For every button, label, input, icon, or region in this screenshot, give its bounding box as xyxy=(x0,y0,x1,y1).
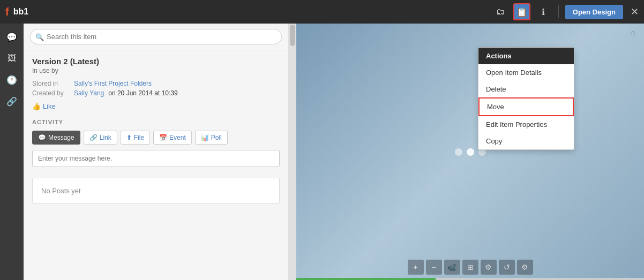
scroll-thumb[interactable] xyxy=(290,25,295,46)
folder-icon[interactable]: 🗂 xyxy=(492,3,509,20)
main-layout: 💬 🖼 🕐 🔗 🔍 Version 2 (Latest) In use by S… xyxy=(0,24,644,280)
created-date: on 20 Jun 2014 at 10:39 xyxy=(108,89,177,97)
menu-item-delete[interactable]: Delete xyxy=(478,81,574,97)
menu-item-copy[interactable]: Copy xyxy=(478,133,574,149)
search-input[interactable] xyxy=(30,29,282,44)
activity-title: ACTIVITY xyxy=(32,119,280,125)
event-tab-icon: 📅 xyxy=(159,134,167,141)
right-panel: ⌂ + − 📹 ⊞ ⚙ ↺ ⚙ Actions Open Item Detail… xyxy=(296,24,644,280)
link-tab-icon: 🔗 xyxy=(89,134,98,141)
file-tab-icon: ⬆ xyxy=(126,134,132,141)
created-by-row: Created by Sally Yang on 20 Jun 2014 at … xyxy=(32,89,280,97)
info-icon[interactable]: ℹ xyxy=(535,3,552,20)
created-by-label: Created by xyxy=(32,89,70,97)
close-icon[interactable]: ✕ xyxy=(631,6,639,18)
link-tab-label: Link xyxy=(100,134,111,141)
panel-content: Version 2 (Latest) In use by Stored in S… xyxy=(24,50,288,280)
message-tab-icon: 💬 xyxy=(38,134,46,141)
grid-tool[interactable]: ⊞ xyxy=(462,260,478,275)
left-panel: 🔍 Version 2 (Latest) In use by Stored in… xyxy=(24,24,289,280)
like-button[interactable]: 👍 Like xyxy=(32,102,56,110)
tab-event[interactable]: 📅 Event xyxy=(153,131,192,145)
clock-side-icon[interactable]: 🕐 xyxy=(3,71,21,89)
dot-2 xyxy=(467,148,474,156)
refresh-tool[interactable]: ↺ xyxy=(499,260,515,275)
tab-link[interactable]: 🔗 Link xyxy=(84,131,117,145)
in-use-label: In use by xyxy=(32,67,280,74)
tab-message[interactable]: 💬 Message xyxy=(32,131,80,145)
progress-bar-fill xyxy=(296,278,436,280)
settings-tool[interactable]: ⚙ xyxy=(481,260,497,275)
file-tab-label: File xyxy=(134,134,144,141)
progress-bar xyxy=(296,278,644,280)
divider xyxy=(558,5,559,18)
hierarchy-side-icon[interactable]: 🔗 xyxy=(3,92,21,110)
actions-header: Actions xyxy=(478,48,574,64)
options-tool[interactable]: ⚙ xyxy=(517,260,533,275)
tab-file[interactable]: ⬆ File xyxy=(121,131,150,145)
tab-poll[interactable]: 📊 Poll xyxy=(195,131,228,145)
stored-in-row: Stored in Sally's First Project Folders xyxy=(32,80,280,87)
video-tool[interactable]: 📹 xyxy=(444,260,460,275)
menu-item-edit-properties[interactable]: Edit Item Properties xyxy=(478,116,574,133)
zoom-out-tool[interactable]: − xyxy=(426,260,442,275)
poll-tab-label: Poll xyxy=(211,134,222,141)
message-input[interactable] xyxy=(32,150,280,167)
search-icon: 🔍 xyxy=(35,33,44,41)
canvas-toolbar: + − 📹 ⊞ ⚙ ↺ ⚙ xyxy=(408,260,533,275)
actions-dropdown: Actions Open Item Details Delete Move Ed… xyxy=(478,47,574,150)
scroll-track[interactable] xyxy=(289,24,296,280)
no-posts-text: No Posts yet xyxy=(41,187,81,195)
app-logo: f xyxy=(5,6,9,18)
top-bar-icons: 🗂 📋 ℹ Open Design ✕ xyxy=(492,3,639,20)
like-icon: 👍 xyxy=(32,102,41,110)
poll-tab-icon: 📊 xyxy=(201,134,209,141)
side-icons: 💬 🖼 🕐 🔗 xyxy=(0,24,24,280)
home-icon[interactable]: ⌂ xyxy=(630,28,635,37)
image-side-icon[interactable]: 🖼 xyxy=(3,49,21,67)
created-by-value[interactable]: Sally Yang xyxy=(74,89,104,97)
message-tab-label: Message xyxy=(48,134,74,141)
no-posts-box: No Posts yet xyxy=(32,178,280,204)
event-tab-label: Event xyxy=(169,134,186,141)
zoom-in-tool[interactable]: + xyxy=(408,260,424,275)
app-title: bb1 xyxy=(13,7,492,17)
top-bar: f bb1 🗂 📋 ℹ Open Design ✕ xyxy=(0,0,644,24)
menu-item-move[interactable]: Move xyxy=(478,97,574,116)
version-title: Version 2 (Latest) xyxy=(32,57,280,66)
open-design-button[interactable]: Open Design xyxy=(565,5,623,19)
clipboard-icon[interactable]: 📋 xyxy=(513,3,530,20)
search-wrapper: 🔍 xyxy=(30,29,282,44)
dot-1 xyxy=(455,148,462,156)
stored-in-label: Stored in xyxy=(32,80,70,87)
like-label: Like xyxy=(43,102,56,110)
search-bar: 🔍 xyxy=(24,24,288,50)
stored-in-value[interactable]: Sally's First Project Folders xyxy=(74,80,152,87)
chat-side-icon[interactable]: 💬 xyxy=(3,28,21,46)
activity-tabs: 💬 Message 🔗 Link ⬆ File 📅 Event 📊 xyxy=(32,131,280,145)
menu-item-open-details[interactable]: Open Item Details xyxy=(478,64,574,81)
